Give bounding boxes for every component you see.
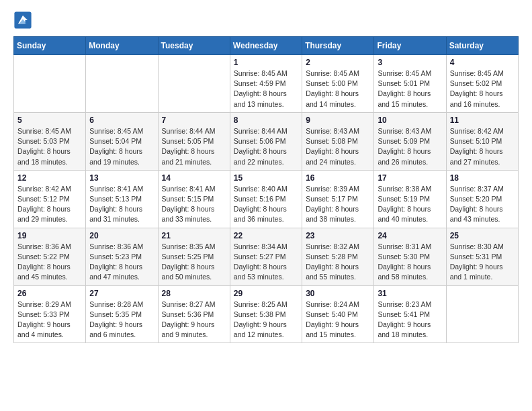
week-row-1: 5Sunrise: 8:45 AMSunset: 5:03 PMDaylight… (14, 112, 519, 170)
day-info: Sunrise: 8:45 AMSunset: 5:00 PMDaylight:… (306, 68, 370, 109)
calendar-cell: 16Sunrise: 8:39 AMSunset: 5:17 PMDayligh… (302, 170, 374, 228)
day-number: 1 (234, 58, 298, 67)
day-number: 21 (162, 231, 226, 240)
day-info: Sunrise: 8:36 AMSunset: 5:23 PMDaylight:… (89, 242, 154, 283)
day-info: Sunrise: 8:35 AMSunset: 5:25 PMDaylight:… (162, 242, 226, 283)
day-number: 16 (306, 173, 370, 183)
day-info: Sunrise: 8:29 AMSunset: 5:33 PMDaylight:… (17, 300, 82, 340)
day-info: Sunrise: 8:42 AMSunset: 5:12 PMDaylight:… (17, 184, 82, 225)
day-info: Sunrise: 8:43 AMSunset: 5:09 PMDaylight:… (378, 126, 442, 167)
weekday-header-sunday: Sunday (14, 37, 86, 55)
logo (13, 11, 35, 30)
weekday-header-thursday: Thursday (302, 37, 374, 55)
day-number: 25 (450, 231, 515, 240)
calendar-cell: 14Sunrise: 8:41 AMSunset: 5:15 PMDayligh… (158, 170, 230, 228)
day-number: 19 (17, 231, 82, 240)
day-info: Sunrise: 8:41 AMSunset: 5:13 PMDaylight:… (89, 184, 154, 225)
calendar-cell: 27Sunrise: 8:28 AMSunset: 5:35 PMDayligh… (86, 285, 158, 343)
weekday-header-wednesday: Wednesday (230, 37, 302, 55)
calendar-body: 1Sunrise: 8:45 AMSunset: 4:59 PMDaylight… (14, 55, 519, 343)
calendar-cell (446, 285, 518, 343)
calendar-cell (14, 55, 86, 113)
day-number: 26 (17, 289, 82, 298)
week-row-3: 19Sunrise: 8:36 AMSunset: 5:22 PMDayligh… (14, 228, 519, 285)
day-number: 13 (89, 173, 154, 183)
day-info: Sunrise: 8:37 AMSunset: 5:20 PMDaylight:… (450, 184, 515, 225)
day-number: 20 (89, 231, 154, 240)
calendar-cell: 10Sunrise: 8:43 AMSunset: 5:09 PMDayligh… (374, 112, 446, 170)
day-number: 10 (378, 116, 442, 125)
weekday-row: SundayMondayTuesdayWednesdayThursdayFrid… (14, 37, 519, 55)
day-number: 8 (234, 116, 298, 125)
day-number: 7 (162, 116, 226, 125)
calendar-cell: 13Sunrise: 8:41 AMSunset: 5:13 PMDayligh… (86, 170, 158, 228)
day-number: 18 (450, 173, 515, 183)
calendar-cell: 2Sunrise: 8:45 AMSunset: 5:00 PMDaylight… (302, 55, 374, 113)
calendar-cell: 1Sunrise: 8:45 AMSunset: 4:59 PMDaylight… (230, 55, 302, 113)
day-info: Sunrise: 8:41 AMSunset: 5:15 PMDaylight:… (162, 184, 226, 225)
day-number: 5 (17, 116, 82, 125)
day-info: Sunrise: 8:24 AMSunset: 5:40 PMDaylight:… (306, 300, 370, 340)
day-info: Sunrise: 8:45 AMSunset: 5:02 PMDaylight:… (450, 68, 515, 109)
weekday-header-tuesday: Tuesday (158, 37, 230, 55)
day-info: Sunrise: 8:42 AMSunset: 5:10 PMDaylight:… (450, 126, 515, 167)
calendar-header: SundayMondayTuesdayWednesdayThursdayFrid… (14, 37, 519, 55)
day-info: Sunrise: 8:30 AMSunset: 5:31 PMDaylight:… (450, 242, 515, 283)
day-info: Sunrise: 8:45 AMSunset: 5:01 PMDaylight:… (378, 68, 442, 109)
calendar-cell: 9Sunrise: 8:43 AMSunset: 5:08 PMDaylight… (302, 112, 374, 170)
day-info: Sunrise: 8:32 AMSunset: 5:28 PMDaylight:… (306, 242, 370, 283)
day-info: Sunrise: 8:23 AMSunset: 5:41 PMDaylight:… (378, 300, 442, 340)
day-info: Sunrise: 8:34 AMSunset: 5:27 PMDaylight:… (234, 242, 298, 283)
calendar-cell: 30Sunrise: 8:24 AMSunset: 5:40 PMDayligh… (302, 285, 374, 343)
header (13, 11, 519, 30)
day-number: 4 (450, 58, 515, 67)
day-number: 29 (234, 289, 298, 298)
day-info: Sunrise: 8:45 AMSunset: 5:03 PMDaylight:… (17, 126, 82, 167)
day-number: 6 (89, 116, 154, 125)
calendar: SundayMondayTuesdayWednesdayThursdayFrid… (13, 36, 519, 343)
calendar-cell: 28Sunrise: 8:27 AMSunset: 5:36 PMDayligh… (158, 285, 230, 343)
calendar-cell: 19Sunrise: 8:36 AMSunset: 5:22 PMDayligh… (14, 228, 86, 285)
calendar-cell: 8Sunrise: 8:44 AMSunset: 5:06 PMDaylight… (230, 112, 302, 170)
day-number: 28 (162, 289, 226, 298)
day-number: 24 (378, 231, 442, 240)
calendar-cell: 6Sunrise: 8:45 AMSunset: 5:04 PMDaylight… (86, 112, 158, 170)
day-info: Sunrise: 8:27 AMSunset: 5:36 PMDaylight:… (162, 300, 226, 340)
day-info: Sunrise: 8:44 AMSunset: 5:05 PMDaylight:… (162, 126, 226, 167)
week-row-2: 12Sunrise: 8:42 AMSunset: 5:12 PMDayligh… (14, 170, 519, 228)
day-number: 17 (378, 173, 442, 183)
calendar-cell: 24Sunrise: 8:31 AMSunset: 5:30 PMDayligh… (374, 228, 446, 285)
day-info: Sunrise: 8:25 AMSunset: 5:38 PMDaylight:… (234, 300, 298, 340)
calendar-cell: 23Sunrise: 8:32 AMSunset: 5:28 PMDayligh… (302, 228, 374, 285)
calendar-cell: 15Sunrise: 8:40 AMSunset: 5:16 PMDayligh… (230, 170, 302, 228)
day-info: Sunrise: 8:39 AMSunset: 5:17 PMDaylight:… (306, 184, 370, 225)
calendar-cell: 29Sunrise: 8:25 AMSunset: 5:38 PMDayligh… (230, 285, 302, 343)
day-number: 2 (306, 58, 370, 67)
day-number: 12 (17, 173, 82, 183)
day-info: Sunrise: 8:38 AMSunset: 5:19 PMDaylight:… (378, 184, 442, 225)
day-info: Sunrise: 8:31 AMSunset: 5:30 PMDaylight:… (378, 242, 442, 283)
calendar-cell: 4Sunrise: 8:45 AMSunset: 5:02 PMDaylight… (446, 55, 518, 113)
day-info: Sunrise: 8:28 AMSunset: 5:35 PMDaylight:… (89, 300, 154, 340)
day-info: Sunrise: 8:36 AMSunset: 5:22 PMDaylight:… (17, 242, 82, 283)
day-number: 27 (89, 289, 154, 298)
weekday-header-monday: Monday (86, 37, 158, 55)
day-number: 15 (234, 173, 298, 183)
day-number: 23 (306, 231, 370, 240)
day-info: Sunrise: 8:45 AMSunset: 4:59 PMDaylight:… (234, 68, 298, 109)
calendar-cell: 5Sunrise: 8:45 AMSunset: 5:03 PMDaylight… (14, 112, 86, 170)
day-number: 9 (306, 116, 370, 125)
weekday-header-saturday: Saturday (446, 37, 518, 55)
week-row-0: 1Sunrise: 8:45 AMSunset: 4:59 PMDaylight… (14, 55, 519, 113)
calendar-cell: 18Sunrise: 8:37 AMSunset: 5:20 PMDayligh… (446, 170, 518, 228)
day-number: 22 (234, 231, 298, 240)
weekday-header-friday: Friday (374, 37, 446, 55)
calendar-cell: 17Sunrise: 8:38 AMSunset: 5:19 PMDayligh… (374, 170, 446, 228)
day-info: Sunrise: 8:40 AMSunset: 5:16 PMDaylight:… (234, 184, 298, 225)
calendar-cell: 31Sunrise: 8:23 AMSunset: 5:41 PMDayligh… (374, 285, 446, 343)
calendar-cell: 7Sunrise: 8:44 AMSunset: 5:05 PMDaylight… (158, 112, 230, 170)
calendar-cell: 25Sunrise: 8:30 AMSunset: 5:31 PMDayligh… (446, 228, 518, 285)
calendar-cell: 21Sunrise: 8:35 AMSunset: 5:25 PMDayligh… (158, 228, 230, 285)
calendar-cell: 20Sunrise: 8:36 AMSunset: 5:23 PMDayligh… (86, 228, 158, 285)
calendar-cell: 3Sunrise: 8:45 AMSunset: 5:01 PMDaylight… (374, 55, 446, 113)
